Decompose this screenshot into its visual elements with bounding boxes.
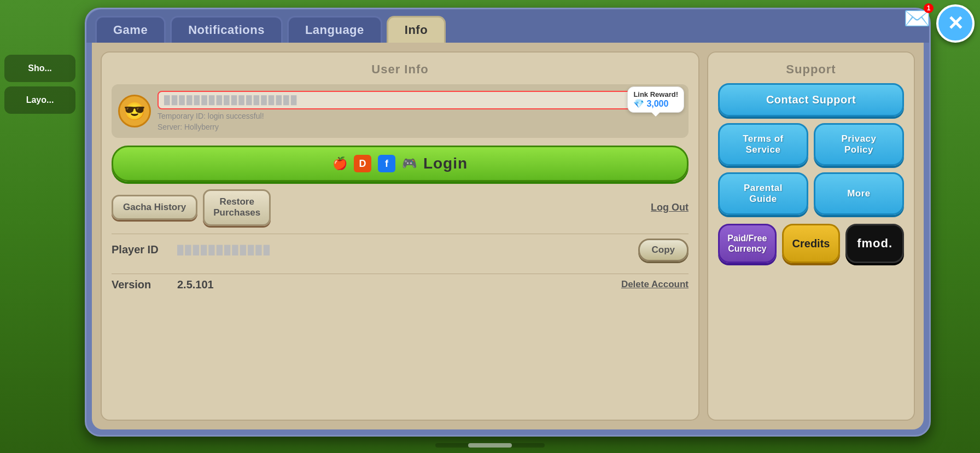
username-box[interactable]: ██████████████████ bbox=[158, 91, 682, 109]
privacy-policy-button[interactable]: Privacy Policy bbox=[814, 123, 904, 166]
fmod-button[interactable]: fmod. bbox=[845, 224, 904, 263]
gem-amount: 3,000 bbox=[646, 99, 668, 109]
version-label: Version bbox=[112, 278, 177, 291]
version-row: Version 2.5.101 Delete Account bbox=[112, 274, 689, 295]
copy-button[interactable]: Copy bbox=[638, 239, 689, 262]
tab-notifications[interactable]: Notifications bbox=[170, 16, 283, 43]
close-button[interactable]: ✕ bbox=[936, 4, 975, 43]
user-info-title: User Info bbox=[112, 62, 689, 77]
action-buttons: Gacha History RestorePurchases Log Out bbox=[112, 189, 689, 226]
support-grid-2: Parental Guide More bbox=[718, 172, 904, 215]
tabs-container: Game Notifications Language Info bbox=[86, 9, 929, 43]
link-reward-bubble: Link Reward! 💎 3,000 bbox=[627, 86, 684, 113]
mail-icon-area: ✉️ 1 bbox=[903, 5, 931, 31]
contact-support-button[interactable]: Contact Support bbox=[718, 83, 904, 117]
sidebar-layer: Layo... bbox=[4, 86, 75, 114]
d-icon: D bbox=[354, 155, 371, 172]
version-value: 2.5.101 bbox=[177, 278, 621, 291]
sidebar-left: Sho... Layo... bbox=[4, 55, 75, 114]
player-id-label: Player ID bbox=[112, 243, 177, 256]
user-details: ██████████████████ Temporary ID: login s… bbox=[158, 91, 682, 131]
support-title: Support bbox=[718, 62, 904, 77]
game-icon: 🎮 bbox=[402, 156, 417, 171]
more-button[interactable]: More bbox=[814, 172, 904, 215]
tab-info[interactable]: Info bbox=[387, 16, 446, 43]
user-profile: 😎 ██████████████████ Temporary ID: login… bbox=[112, 84, 689, 138]
avatar: 😎 bbox=[118, 95, 151, 127]
link-reward-label: Link Reward! bbox=[633, 90, 678, 98]
paid-free-currency-button[interactable]: Paid/FreeCurrency bbox=[718, 224, 777, 263]
tab-game[interactable]: Game bbox=[95, 16, 166, 43]
content-area: User Info 😎 ██████████████████ Temporary… bbox=[92, 43, 924, 429]
sidebar-shop: Sho... bbox=[4, 55, 75, 82]
credits-button[interactable]: Credits bbox=[782, 224, 841, 263]
restore-purchases-button[interactable]: RestorePurchases bbox=[203, 189, 271, 226]
gacha-history-button[interactable]: Gacha History bbox=[112, 195, 197, 220]
special-buttons: Paid/FreeCurrency Credits fmod. bbox=[718, 224, 904, 263]
delete-account-button[interactable]: Delete Account bbox=[621, 279, 689, 290]
terms-of-service-button[interactable]: Terms of Service bbox=[718, 123, 808, 166]
temp-id-text: Temporary ID: login successful! bbox=[158, 112, 682, 120]
gem-icon: 💎 bbox=[633, 98, 644, 109]
support-panel: Support Contact Support Terms of Service… bbox=[707, 51, 915, 421]
link-reward-gem: 💎 3,000 bbox=[633, 98, 678, 109]
mail-icon[interactable]: ✉️ 1 bbox=[903, 6, 931, 30]
login-label: Login bbox=[423, 155, 468, 172]
user-info-panel: User Info 😎 ██████████████████ Temporary… bbox=[101, 51, 699, 421]
scroll-bar bbox=[435, 443, 545, 448]
settings-dialog: Game Notifications Language Info User In… bbox=[85, 8, 931, 437]
player-id-row: Player ID ████████████ Copy bbox=[112, 234, 689, 266]
username-blurred: ██████████████████ bbox=[164, 95, 298, 104]
logout-button[interactable]: Log Out bbox=[651, 202, 689, 213]
support-grid-1: Terms of Service Privacy Policy bbox=[718, 123, 904, 166]
scroll-thumb[interactable] bbox=[468, 443, 512, 448]
tab-language[interactable]: Language bbox=[287, 16, 382, 43]
player-id-value: ████████████ bbox=[177, 245, 638, 255]
facebook-icon: f bbox=[378, 155, 395, 172]
login-button[interactable]: 🍎 D f 🎮 Login bbox=[112, 146, 689, 182]
apple-icon: 🍎 bbox=[332, 156, 347, 171]
server-text: Server: Hollyberry bbox=[158, 123, 682, 131]
parental-guide-button[interactable]: Parental Guide bbox=[718, 172, 808, 215]
